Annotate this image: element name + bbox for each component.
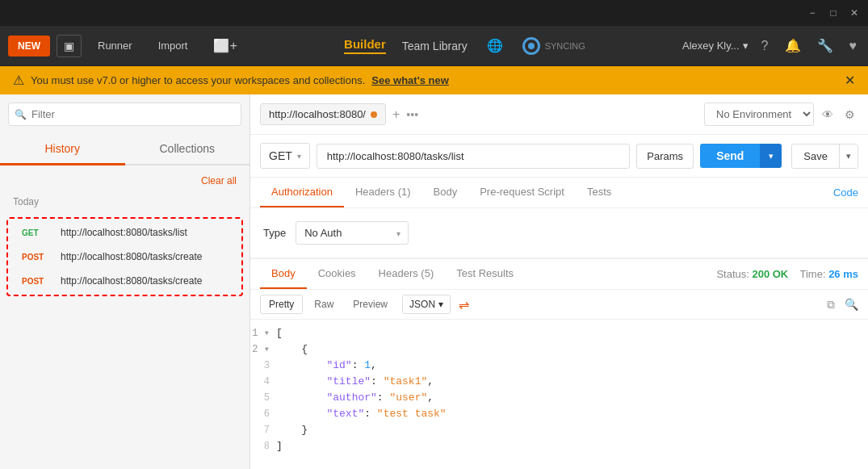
code-content: "text": "test task" <box>276 408 447 420</box>
user-caret-icon: ▾ <box>743 40 748 52</box>
sidebar: 🔍 History Collections Clear all Today GE… <box>0 94 250 469</box>
history-item[interactable]: GET http://localhost:8080/tasks/list <box>8 220 241 245</box>
send-button[interactable]: Send <box>700 144 760 168</box>
method-badge-post: POST <box>22 253 52 262</box>
sync-text: SYNCING <box>545 41 585 51</box>
save-caret-button[interactable]: ▾ <box>839 144 858 168</box>
fmt-tab-pretty[interactable]: Pretty <box>260 295 303 314</box>
warning-icon: ⚠ <box>13 73 24 88</box>
time-value: 26 ms <box>828 268 858 280</box>
resp-tab-test-results[interactable]: Test Results <box>445 259 525 289</box>
auth-type-select[interactable]: No Auth Bearer Token Basic Auth API Key … <box>296 221 409 245</box>
copy-icon[interactable]: ⧉ <box>827 298 835 312</box>
save-button[interactable]: Save <box>792 144 839 168</box>
send-caret-button[interactable]: ▾ <box>760 144 782 168</box>
add-tab-button[interactable]: + <box>392 107 400 122</box>
collections-tab[interactable]: Collections <box>125 134 250 164</box>
line-number: 2 ▾ <box>250 343 276 355</box>
new-tab-button[interactable]: ⬜+ <box>203 33 246 58</box>
nav-right: Alexey Kly... ▾ ? 🔔 🔧 ♥ <box>682 35 860 57</box>
tab-pre-request[interactable]: Pre-request Script <box>468 178 576 207</box>
resp-tabs: Body Cookies Headers (5) Test Results St… <box>250 258 868 290</box>
line-number: 4 <box>250 376 276 387</box>
code-content: "author": "user", <box>276 392 434 404</box>
maximize-button[interactable]: □ <box>828 7 839 19</box>
env-dropdown[interactable]: No Environment <box>704 103 814 126</box>
method-badge-post: POST <box>22 277 52 286</box>
resp-status: Status: 200 OK Time: 26 ms <box>716 268 858 280</box>
method-caret-icon: ▾ <box>297 152 301 161</box>
code-content: [ <box>276 327 283 339</box>
send-btn-group: Send ▾ <box>700 144 782 168</box>
method-label: GET <box>269 149 292 162</box>
url-bar: http://localhost:8080/ + ••• No Environm… <box>250 94 868 135</box>
sidebar-tabs: History Collections <box>0 134 249 165</box>
resp-tab-headers[interactable]: Headers (5) <box>367 259 446 289</box>
code-line: 3 "id": 1, <box>250 358 868 375</box>
nav-center: Builder Team Library 🌐 SYNCING <box>254 35 676 57</box>
more-options-button[interactable]: ••• <box>406 108 418 121</box>
resp-tab-body[interactable]: Body <box>260 259 307 289</box>
wrench-icon[interactable]: 🔧 <box>814 35 837 57</box>
status-value: 200 OK <box>752 268 788 280</box>
env-gear-icon[interactable]: ⚙ <box>841 105 858 124</box>
search-wrap: 🔍 <box>8 103 241 126</box>
format-select[interactable]: JSON ▾ <box>402 295 451 314</box>
tab-authorization[interactable]: Authorization <box>260 178 344 207</box>
line-number: 6 <box>250 408 276 420</box>
clear-all-button[interactable]: Clear all <box>0 172 249 190</box>
params-button[interactable]: Params <box>636 144 694 169</box>
url-input[interactable] <box>317 144 631 169</box>
method-select[interactable]: GET ▾ <box>260 143 310 169</box>
user-button[interactable]: Alexey Kly... ▾ <box>682 40 748 52</box>
history-tab[interactable]: History <box>0 134 125 165</box>
wrap-icon[interactable]: ⇌ <box>459 297 469 312</box>
code-line: 2 ▾ { <box>250 342 868 358</box>
new-button[interactable]: NEW <box>8 36 50 57</box>
tab-body[interactable]: Body <box>422 178 469 207</box>
env-eye-icon[interactable]: 👁 <box>819 105 837 124</box>
builder-tab[interactable]: Builder <box>344 37 386 54</box>
search-input[interactable] <box>8 103 241 126</box>
fmt-tab-preview[interactable]: Preview <box>345 295 396 313</box>
history-item[interactable]: POST http://localhost:8080/tasks/create <box>8 245 241 269</box>
resp-tab-cookies[interactable]: Cookies <box>307 259 367 289</box>
import-button[interactable]: Import <box>149 35 198 57</box>
heart-icon[interactable]: ♥ <box>846 36 861 57</box>
help-icon[interactable]: ? <box>758 36 772 57</box>
line-number: 3 <box>250 360 276 371</box>
warning-close-button[interactable]: ✕ <box>845 73 855 88</box>
code-content: { <box>276 343 308 355</box>
tab-headers[interactable]: Headers (1) <box>344 178 422 207</box>
history-url: http://localhost:8080/tasks/create <box>61 275 202 287</box>
sidebar-search: 🔍 <box>0 94 249 134</box>
warning-banner: ⚠ You must use v7.0 or higher to access … <box>0 66 868 94</box>
req-tabs: Authorization Headers (1) Body Pre-reque… <box>250 178 868 208</box>
close-button[interactable]: ✕ <box>849 7 860 19</box>
search-response-icon[interactable]: 🔍 <box>845 298 858 311</box>
fmt-tab-raw[interactable]: Raw <box>306 295 342 313</box>
team-library-link[interactable]: Team Library <box>402 40 468 52</box>
code-line: 7 } <box>250 423 868 439</box>
history-item[interactable]: POST http://localhost:8080/tasks/create <box>8 269 241 293</box>
layout-button[interactable]: ▣ <box>57 35 82 57</box>
bell-icon[interactable]: 🔔 <box>782 35 804 57</box>
code-line: 6 "text": "test task" <box>250 407 868 423</box>
line-number: 7 <box>250 425 276 436</box>
minimize-button[interactable]: − <box>807 7 818 19</box>
code-content: } <box>276 424 308 436</box>
runner-button[interactable]: Runner <box>88 35 142 57</box>
sidebar-content: Clear all Today GET http://localhost:808… <box>0 165 249 469</box>
title-bar: − □ ✕ <box>0 0 868 26</box>
line-number: 1 ▾ <box>250 327 276 339</box>
warning-link[interactable]: See what's new <box>371 74 449 86</box>
code-link[interactable]: Code <box>833 186 858 199</box>
url-tab-dot <box>371 111 377 118</box>
format-label: JSON <box>409 299 435 310</box>
globe-icon[interactable]: 🌐 <box>484 35 506 57</box>
line-number: 8 <box>250 441 276 452</box>
tab-tests[interactable]: Tests <box>576 178 623 207</box>
url-tab[interactable]: http://localhost:8080/ <box>260 103 386 125</box>
save-btn-group: Save ▾ <box>791 144 858 169</box>
method-badge-get: GET <box>22 228 52 237</box>
